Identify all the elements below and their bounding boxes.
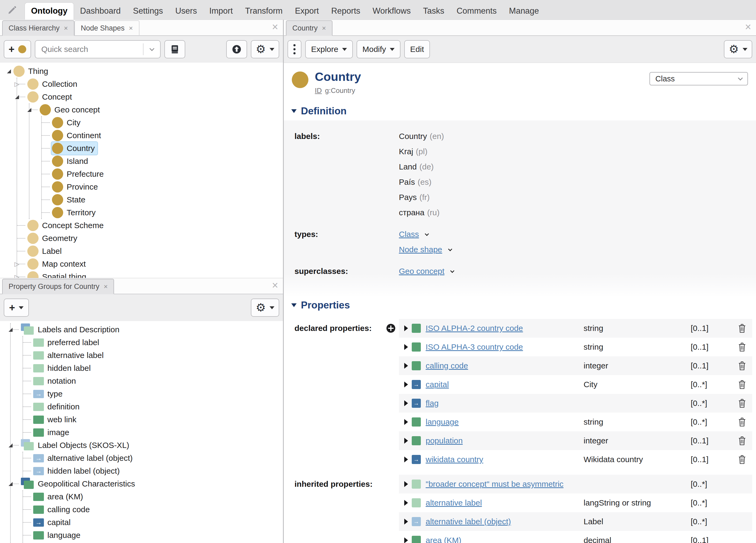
delete-property-button[interactable] — [738, 417, 746, 427]
tree-node-language[interactable]: language — [33, 530, 83, 541]
expand-caret-icon[interactable] — [404, 325, 408, 331]
delete-property-button[interactable] — [738, 436, 746, 446]
property-link[interactable]: calling code — [426, 361, 584, 370]
tree-node-concept-scheme[interactable]: Concept Scheme — [27, 219, 106, 232]
expand-caret-icon[interactable] — [404, 438, 408, 444]
modify-button[interactable]: Modify — [357, 40, 400, 58]
chevron-down-icon[interactable] — [448, 247, 452, 251]
tree-node-label[interactable]: Label — [27, 245, 64, 258]
expand-caret-icon[interactable] — [404, 481, 408, 487]
link-geo-concept[interactable]: Geo concept — [399, 267, 444, 276]
add-property-button[interactable] — [386, 323, 396, 333]
nav-item-tasks[interactable]: Tasks — [417, 2, 450, 20]
tree-node-definition[interactable]: definition — [33, 401, 82, 412]
upload-button[interactable] — [226, 40, 247, 58]
toggle-expanded-icon[interactable] — [6, 328, 14, 332]
toggle-expanded-icon[interactable] — [6, 443, 14, 447]
toggle-expanded-icon[interactable] — [13, 95, 21, 99]
property-link[interactable]: alternative label (object) — [426, 517, 584, 526]
tree-node-geometry[interactable]: Geometry — [27, 232, 80, 245]
nav-item-reports[interactable]: Reports — [325, 2, 366, 20]
nav-item-settings[interactable]: Settings — [127, 2, 169, 20]
tree-node-type[interactable]: →type — [33, 389, 65, 399]
panel-close-icon[interactable]: × — [272, 21, 278, 32]
properties-section-header[interactable]: Properties — [284, 297, 756, 315]
property-link[interactable]: wikidata country — [426, 455, 584, 464]
toggle-collapsed-icon[interactable]: ▷ — [13, 81, 21, 87]
tree-node-geo-concept[interactable]: Geo concept — [39, 103, 103, 116]
property-link[interactable]: alternative label — [426, 498, 584, 507]
toggle-expanded-icon[interactable] — [25, 108, 33, 112]
tree-node-hidden-label-object[interactable]: →hidden label (object) — [33, 466, 122, 476]
add-property-group-button[interactable]: + — [4, 299, 29, 317]
tab-country[interactable]: Country × — [286, 20, 332, 36]
delete-property-button[interactable] — [738, 323, 746, 333]
tree-node-image[interactable]: image — [33, 427, 72, 438]
tree-node-calling-code[interactable]: calling code — [33, 504, 92, 515]
settings-button[interactable]: ⚙ — [724, 40, 752, 58]
link-node-shape[interactable]: Node shape — [399, 245, 442, 254]
tree-node-spatial-thing[interactable]: Spatial thing — [27, 270, 89, 278]
tree-node-continent[interactable]: Continent — [51, 129, 104, 142]
property-link[interactable]: area (KM) — [426, 536, 584, 543]
property-link[interactable]: "broader concept" must be asymmetric — [426, 480, 584, 489]
toggle-collapsed-icon[interactable]: ▷ — [13, 274, 21, 278]
expand-caret-icon[interactable] — [404, 419, 408, 425]
tree-node-prefecture[interactable]: Prefecture — [51, 168, 106, 180]
search-dropdown[interactable] — [143, 43, 160, 55]
delete-property-button[interactable] — [738, 342, 746, 352]
delete-property-button[interactable] — [738, 380, 746, 389]
tree-node-state[interactable]: State — [51, 193, 88, 206]
property-link[interactable]: language — [426, 417, 584, 427]
toggle-expanded-icon[interactable] — [5, 69, 13, 73]
add-class-button[interactable]: + — [4, 40, 31, 58]
tree-node-notation[interactable]: notation — [33, 376, 79, 386]
property-link[interactable]: population — [426, 436, 584, 445]
tree-node-island[interactable]: Island — [51, 155, 91, 168]
close-icon[interactable]: × — [64, 24, 68, 32]
tree-node-hidden-label[interactable]: hidden label — [33, 363, 93, 374]
delete-property-button[interactable] — [738, 455, 746, 464]
expand-caret-icon[interactable] — [404, 500, 408, 506]
property-link[interactable]: flag — [426, 399, 584, 408]
nav-item-transform[interactable]: Transform — [239, 2, 289, 20]
tab-node-shapes[interactable]: Node Shapes × — [74, 20, 139, 36]
tree-node-concept[interactable]: Concept — [27, 91, 75, 103]
toggle-collapsed-icon[interactable]: ▷ — [13, 261, 21, 267]
expand-caret-icon[interactable] — [404, 363, 408, 369]
nav-item-dashboard[interactable]: Dashboard — [74, 2, 127, 20]
tab-class-hierarchy[interactable]: Class Hierarchy × — [2, 20, 74, 36]
tree-node-map-context[interactable]: Map context — [27, 258, 88, 270]
tree-node-country[interactable]: Country — [51, 142, 97, 155]
more-actions-button[interactable] — [288, 40, 301, 58]
panel-close-icon[interactable]: × — [272, 280, 278, 291]
nav-item-ontology[interactable]: Ontology — [25, 2, 74, 20]
definition-section-header[interactable]: Definition — [284, 99, 756, 120]
tree-node-alternative-label[interactable]: alternative label — [33, 350, 106, 361]
dictionary-button[interactable] — [164, 40, 185, 58]
tree-node-thing[interactable]: Thing — [13, 65, 51, 78]
pencil-icon[interactable] — [7, 5, 18, 15]
search-input[interactable] — [35, 45, 143, 54]
tree-node-web-link[interactable]: web link — [33, 414, 79, 425]
delete-property-button[interactable] — [738, 398, 746, 408]
tab-property-groups[interactable]: Property Groups for Country × — [2, 279, 114, 294]
close-icon[interactable]: × — [104, 282, 108, 291]
property-link[interactable]: ISO ALPHA-3 country code — [426, 342, 584, 352]
tree-node-province[interactable]: Province — [51, 180, 101, 193]
close-icon[interactable]: × — [322, 24, 326, 32]
nav-item-manage[interactable]: Manage — [503, 2, 545, 20]
nav-item-import[interactable]: Import — [203, 2, 239, 20]
expand-caret-icon[interactable] — [404, 400, 408, 406]
delete-property-button[interactable] — [738, 361, 746, 371]
expand-caret-icon[interactable] — [404, 519, 408, 525]
chevron-down-icon[interactable] — [450, 269, 455, 273]
nav-item-comments[interactable]: Comments — [450, 2, 503, 20]
tree-node-territory[interactable]: Territory — [51, 206, 98, 219]
link-class[interactable]: Class — [399, 230, 419, 239]
tree-node-labels-and-description[interactable]: Labels and Description — [20, 323, 122, 337]
settings-button[interactable]: ⚙ — [251, 40, 279, 58]
expand-caret-icon[interactable] — [404, 457, 408, 462]
id-key[interactable]: ID — [315, 86, 322, 95]
edit-button[interactable]: Edit — [404, 40, 430, 58]
